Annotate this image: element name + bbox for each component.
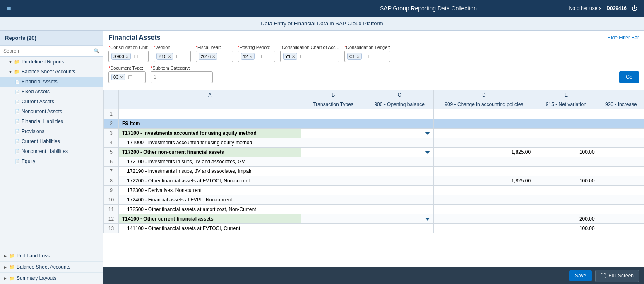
cell-c[interactable]	[365, 109, 434, 119]
sidebar-item-financial-liabilities[interactable]: 📄 Financial Liabilities	[0, 117, 103, 126]
cell-c[interactable]	[365, 224, 434, 233]
consolidation-chart-clear[interactable]: ✕	[292, 54, 295, 59]
cell-a[interactable]: 171000 - Investments accounted for using…	[119, 138, 301, 148]
fiscal-year-clear[interactable]: ✕	[212, 54, 215, 59]
cell-a[interactable]: 172400 - Financial assets at FVPL, Non-c…	[119, 195, 301, 205]
sidebar-item-current-liabilities[interactable]: 📄 Current Liabilities	[0, 136, 103, 146]
cell-d[interactable]	[434, 119, 534, 129]
subitem-category-input[interactable]: 1	[151, 71, 213, 83]
sidebar-item-noncurrent-assets[interactable]: 📄 Noncurrent Assets	[0, 107, 103, 117]
cell-c[interactable]	[365, 157, 434, 167]
cell-d[interactable]	[434, 167, 534, 176]
cell-a[interactable]: FS Item	[119, 119, 301, 129]
cell-f[interactable]	[598, 186, 644, 195]
document-type-copy[interactable]: □	[128, 74, 132, 80]
cell-c[interactable]	[365, 167, 434, 176]
fiscal-year-input[interactable]: 2016 ✕ □	[196, 51, 233, 62]
cell-f[interactable]	[598, 224, 644, 233]
cell-f[interactable]	[598, 129, 644, 138]
sidebar-item-noncurrent-liabilities[interactable]: 📄 Noncurrent Liabilities	[0, 146, 103, 156]
cell-f[interactable]	[598, 214, 644, 224]
consolidation-chart-copy[interactable]: □	[300, 53, 304, 60]
cell-a[interactable]: 172190 - Investments in subs, JV and ass…	[119, 167, 301, 176]
fullscreen-button[interactable]: ⛶ Full Screen	[595, 270, 639, 282]
sidebar-item-balance-sheet[interactable]: ▼ 📁 Balance Sheet Accounts	[0, 67, 103, 77]
cell-d[interactable]: 1,825.00	[434, 148, 534, 157]
cell-d[interactable]	[434, 214, 534, 224]
consolidation-unit-input[interactable]: S900 ✕ □	[108, 51, 149, 62]
search-input[interactable]	[3, 48, 92, 54]
cell-d[interactable]	[434, 195, 534, 205]
cell-d[interactable]: 1,825.00	[434, 176, 534, 186]
cell-c[interactable]	[365, 195, 434, 205]
cell-b[interactable]	[301, 167, 365, 176]
cell-b[interactable]	[301, 119, 365, 129]
cell-f[interactable]	[598, 138, 644, 148]
cell-f[interactable]	[598, 109, 644, 119]
search-icon[interactable]: 🔍	[94, 48, 100, 54]
document-type-clear[interactable]: ✕	[120, 75, 123, 80]
save-button[interactable]: Save	[569, 270, 592, 281]
cell-b[interactable]	[301, 186, 365, 195]
cell-d[interactable]	[434, 138, 534, 148]
cell-e[interactable]: 100.00	[534, 176, 598, 186]
cell-a[interactable]: 172300 - Derivatives, Non-current	[119, 186, 301, 195]
cell-b[interactable]	[301, 214, 365, 224]
cell-a[interactable]: T17100 - Investments accounted for using…	[119, 129, 301, 138]
cell-b[interactable]	[301, 138, 365, 148]
version-input[interactable]: Y10 ✕ □	[154, 51, 191, 62]
cell-a[interactable]: 172200 - Other financial assets at FVTOC…	[119, 176, 301, 186]
cell-e[interactable]	[534, 195, 598, 205]
data-grid[interactable]: A B C D E F Transaction Types 900 - Open…	[103, 90, 644, 267]
cell-e[interactable]	[534, 119, 598, 129]
sidebar-item-summary-layouts[interactable]: ► 📁 Summary Layouts	[0, 273, 103, 284]
posting-period-copy[interactable]: □	[258, 53, 261, 60]
cell-e[interactable]	[534, 109, 598, 119]
cell-a[interactable]: T14100 - Other current financial assets	[119, 214, 301, 224]
fiscal-year-copy[interactable]: □	[221, 53, 224, 60]
cell-b[interactable]	[301, 109, 365, 119]
cell-e[interactable]: 200.00	[534, 214, 598, 224]
cell-d[interactable]	[434, 109, 534, 119]
sidebar-item-balance-sheet2[interactable]: ► 📁 Balance Sheet Accounts	[0, 262, 103, 273]
consolidation-unit-copy[interactable]: □	[134, 53, 137, 60]
cell-b[interactable]	[301, 176, 365, 186]
cell-f[interactable]	[598, 157, 644, 167]
cell-c[interactable]	[365, 148, 434, 157]
cell-a[interactable]: 172100 - Investments in subs, JV and ass…	[119, 157, 301, 167]
cell-f[interactable]	[598, 167, 644, 176]
cell-c[interactable]	[365, 186, 434, 195]
cell-b[interactable]	[301, 129, 365, 138]
cell-e[interactable]	[534, 205, 598, 214]
cell-d[interactable]	[434, 224, 534, 233]
cell-f[interactable]	[598, 205, 644, 214]
cell-b[interactable]	[301, 148, 365, 157]
cell-c[interactable]	[365, 119, 434, 129]
cell-b[interactable]	[301, 205, 365, 214]
cell-a[interactable]	[119, 109, 301, 119]
hide-filter-bar-button[interactable]: Hide Filter Bar	[607, 35, 639, 41]
cell-f[interactable]	[598, 176, 644, 186]
cell-e[interactable]	[534, 157, 598, 167]
version-clear[interactable]: ✕	[168, 54, 171, 59]
cell-f[interactable]	[598, 119, 644, 129]
sidebar-item-provisions[interactable]: 📄 Provisions	[0, 126, 103, 136]
cell-b[interactable]	[301, 195, 365, 205]
cell-f[interactable]	[598, 148, 644, 157]
cell-c[interactable]	[365, 176, 434, 186]
sidebar-item-equity[interactable]: 📄 Equity	[0, 156, 103, 166]
cell-d[interactable]	[434, 186, 534, 195]
cell-b[interactable]	[301, 224, 365, 233]
consolidation-ledger-input[interactable]: C1 ✕ □	[344, 51, 390, 62]
consolidation-ledger-clear[interactable]: ✕	[356, 54, 360, 59]
sidebar-item-fixed-assets[interactable]: 📄 Fixed Assets	[0, 87, 103, 97]
posting-period-clear[interactable]: ✕	[249, 54, 252, 59]
cell-c[interactable]	[365, 138, 434, 148]
cell-e[interactable]: 100.00	[534, 148, 598, 157]
cell-c[interactable]	[365, 214, 434, 224]
go-button[interactable]: Go	[619, 71, 639, 83]
cell-e[interactable]: 100.00	[534, 224, 598, 233]
consolidation-chart-input[interactable]: Y1 ✕ □	[280, 51, 339, 62]
posting-period-input[interactable]: 12 ✕ □	[238, 51, 275, 62]
cell-d[interactable]	[434, 129, 534, 138]
